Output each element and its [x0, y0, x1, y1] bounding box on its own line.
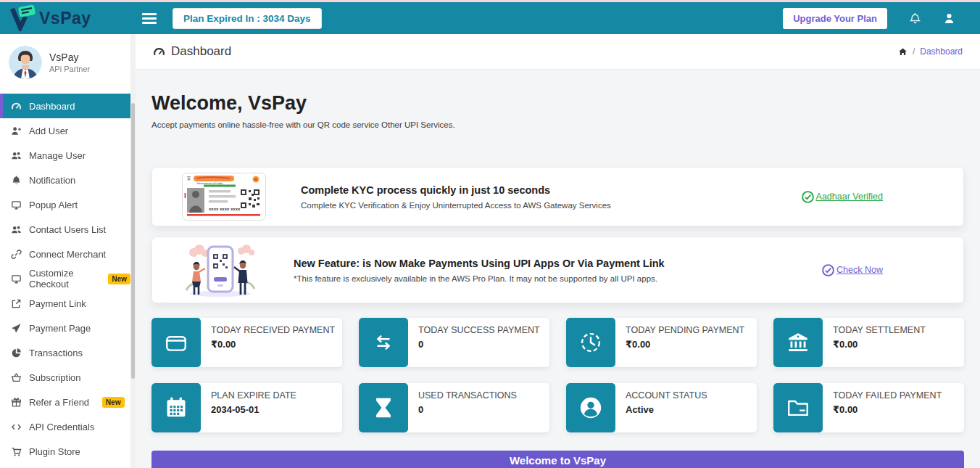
sidebar-item-dashboard[interactable]: Dashboard: [0, 94, 130, 118]
user-plus-icon: [11, 126, 22, 136]
home-icon[interactable]: [898, 47, 908, 57]
stat-value: 2034-05-01: [211, 404, 296, 415]
stat-value: ₹0.00: [211, 339, 335, 350]
sidebar-item-label: Transactions: [29, 348, 83, 358]
stat-label: TODAY FAILED PAYMENT: [833, 390, 942, 402]
profile-name: VsPay: [49, 52, 90, 63]
kyc-banner: Government of India xxxx xxxx xxxx: [151, 167, 964, 226]
stats-grid: TODAY RECEIVED PAYMENT ₹0.00 TODAY SUCCE…: [151, 318, 964, 432]
hourglass-icon: [359, 383, 408, 432]
sidebar-item-label: Payment Link: [29, 298, 86, 309]
page-header: Dashboard / Dashboard: [136, 34, 980, 69]
sidebar-item-label: Dashboard: [29, 101, 75, 112]
sidebar-menu: Dashboard Add User Manage User Notificat…: [0, 94, 130, 464]
avatar-illustration: [9, 46, 42, 79]
pie-chart-icon: [11, 348, 22, 358]
sidebar-scrollbar[interactable]: [130, 34, 136, 468]
sidebar-item-label: Add User: [29, 126, 68, 136]
new-badge: New: [108, 274, 130, 284]
check-circle-icon: [801, 190, 815, 204]
sidebar-item-label: Plugin Store: [29, 446, 80, 457]
aadhaar-verified-link[interactable]: Aadhaar Verified: [801, 190, 883, 204]
profile-card: VsPay APi Partner: [0, 34, 130, 94]
avatar[interactable]: [9, 46, 42, 79]
profile-role: APi Partner: [49, 65, 90, 73]
sidebar-item-customize-checkout[interactable]: Customize Checkout New: [0, 266, 130, 291]
stat-card-used-transactions[interactable]: USED TRANSACTIONS 0: [359, 383, 549, 432]
sidebar-item-transactions[interactable]: Transactions: [0, 340, 130, 365]
stat-label: TODAY RECEIVED PAYMENT: [211, 324, 335, 337]
new-badge: New: [102, 397, 125, 408]
main-area: Dashboard / Dashboard Welcome, VsPay Acc…: [136, 0, 980, 468]
aadhaar-card-image: Government of India xxxx xxxx xxxx: [182, 173, 266, 221]
stat-label: TODAY PENDING PAYMENT: [626, 324, 744, 337]
new-feature-banner-title: New Feature: is Now Make Payments Using …: [294, 258, 665, 269]
stat-value: ₹0.00: [626, 339, 744, 350]
sidebar-item-manage-user[interactable]: Manage User: [0, 143, 130, 168]
upi-payment-illustration: [182, 242, 259, 297]
new-feature-banner-text: New Feature: is Now Make Payments Using …: [294, 258, 665, 283]
paper-plane-icon: [11, 323, 22, 334]
clock-icon: [566, 318, 615, 367]
stat-value: ₹0.00: [833, 404, 942, 415]
hamburger-menu-icon[interactable]: [142, 13, 157, 24]
kyc-banner-text: Complete KYC process quickly in just 10 …: [301, 184, 611, 210]
sidebar-item-payment-page[interactable]: Payment Page: [0, 316, 130, 340]
sidebar-item-label: Notification: [29, 175, 75, 186]
scrollbar-thumb[interactable]: [131, 103, 135, 379]
sidebar-item-contact-users-list[interactable]: Contact Users List: [0, 217, 130, 242]
top-navbar: VsPay Plan Expired In : 3034 Days Upgrad…: [0, 2, 980, 34]
welcome-title: Welcome, VsPay: [151, 92, 964, 115]
plan-expiry-badge: Plan Expired In : 3034 Days: [173, 8, 322, 29]
aadhaar-number: xxxx xxxx xxxx: [209, 207, 241, 211]
users-icon: [11, 150, 22, 161]
sidebar-item-connect-merchant[interactable]: Connect Merchant: [0, 242, 130, 266]
stat-card-account-status[interactable]: ACCOUNT STATUS Active: [566, 383, 757, 432]
folder-minus-icon: [773, 383, 823, 432]
users-icon: [11, 224, 22, 235]
sidebar-item-plugin-store[interactable]: Plugin Store: [0, 439, 130, 464]
welcome-banner: Welcome to VsPay: [151, 451, 964, 468]
sidebar-item-popup-alert[interactable]: Popup Alert: [0, 192, 130, 217]
aadhaar-verified-label: Aadhaar Verified: [816, 192, 883, 202]
breadcrumb-separator: /: [913, 46, 915, 57]
brand-name: VsPay: [39, 9, 91, 28]
sidebar-item-refer-a-friend[interactable]: Refer a Friend New: [0, 390, 130, 414]
vspay-logo-icon: [9, 5, 36, 31]
user-circle-icon: [566, 383, 615, 432]
content: Welcome, VsPay Accept payments online ha…: [136, 92, 980, 468]
stat-card-today-settlement[interactable]: TODAY SETTLEMENT ₹0.00: [773, 318, 964, 367]
account-user-icon[interactable]: [943, 12, 955, 25]
sidebar-item-label: Manage User: [29, 150, 86, 161]
sidebar-item-label: Contact Users List: [29, 224, 106, 235]
stat-card-today-failed-payment[interactable]: TODAY FAILED PAYMENT ₹0.00: [773, 383, 964, 432]
gift-icon: [11, 397, 22, 408]
stat-card-plan-expire-date[interactable]: PLAN EXPIRE DATE 2034-05-01: [151, 383, 342, 432]
stat-label: ACCOUNT STATUS: [626, 390, 707, 402]
basket-icon: [11, 372, 22, 383]
page-title: Dashboard: [153, 44, 231, 59]
sidebar-item-notification[interactable]: Notification: [0, 168, 130, 192]
stat-card-today-pending-payment[interactable]: TODAY PENDING PAYMENT ₹0.00: [566, 318, 757, 367]
kyc-banner-title: Complete KYC process quickly in just 10 …: [301, 184, 611, 196]
stat-card-today-received-payment[interactable]: TODAY RECEIVED PAYMENT ₹0.00: [151, 318, 342, 367]
check-now-link[interactable]: Check Now: [821, 263, 883, 277]
stat-card-today-success-payment[interactable]: TODAY SUCCESS PAYMENT 0: [359, 318, 549, 367]
notifications-bell-icon[interactable]: [909, 12, 921, 25]
sidebar-item-subscription[interactable]: Subscription: [0, 365, 130, 390]
breadcrumb-current[interactable]: Dashboard: [920, 46, 963, 57]
brand[interactable]: VsPay: [0, 5, 130, 31]
sidebar: VsPay APi Partner Dashboard Add User Man…: [0, 34, 130, 468]
welcome-subtitle: Accept payments online hassle-free with …: [151, 120, 964, 129]
new-feature-banner-subtitle: *This feature is exclusively available i…: [294, 274, 665, 283]
stat-value: Active: [626, 404, 707, 415]
sidebar-item-api-credentials[interactable]: API Credentials: [0, 414, 130, 439]
cart-icon: [11, 446, 22, 457]
upgrade-plan-button[interactable]: Upgrade Your Plan: [783, 8, 887, 29]
monitor-icon: [11, 200, 22, 210]
sidebar-item-payment-link[interactable]: Payment Link: [0, 291, 130, 316]
sidebar-item-add-user[interactable]: Add User: [0, 118, 130, 143]
window-edge: [0, 0, 980, 2]
sidebar-item-label: Payment Page: [29, 323, 91, 334]
check-now-label: Check Now: [836, 265, 883, 275]
